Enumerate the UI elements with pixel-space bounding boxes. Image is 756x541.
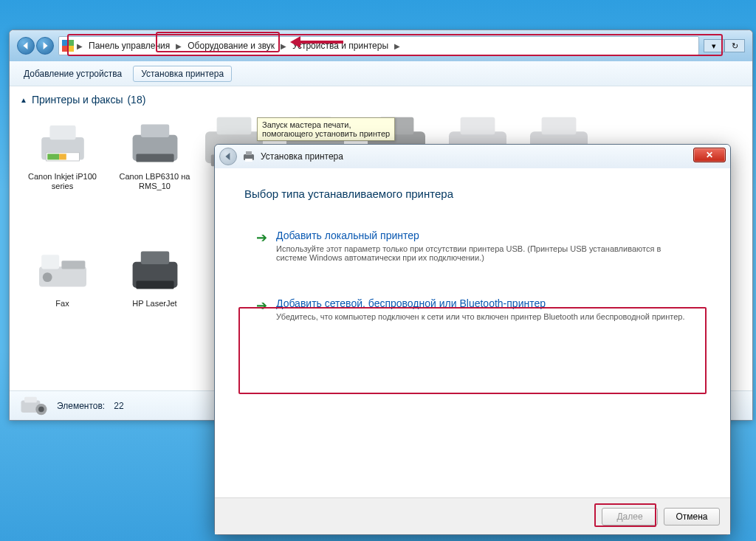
device-item[interactable]: Canon LBP6310 на RMS_10 [112,113,197,196]
printer-icon [122,117,188,169]
printer-icon [30,117,96,169]
status-items-count: 22 [114,401,123,411]
choice-local-printer[interactable]: ➔ Добавить локальный принтер Используйте… [244,221,701,271]
svg-rect-36 [245,159,252,162]
wizard-title: Установка принтера [261,151,343,162]
status-items-label: Элементов: [57,401,105,411]
svg-rect-1 [217,117,252,134]
explorer-titlebar: ▶ Панель управления ▶ Оборудование и зву… [10,30,752,61]
next-button[interactable]: Далее [602,508,658,526]
chevron-right-icon: ▶ [75,42,84,50]
svg-rect-35 [246,151,252,155]
svg-rect-25 [61,261,85,269]
section-printers-faxes[interactable]: ▲ Принтеры и факсы (18) [20,94,742,106]
cancel-button[interactable]: Отмена [664,508,720,526]
add-printer-button[interactable]: Установка принтера [133,66,232,82]
svg-rect-16 [49,125,75,139]
chevron-right-icon: ▶ [279,42,288,50]
wizard-heading: Выбор типа устанавливаемого принтера [244,187,701,200]
devices-category-icon [20,396,48,416]
wizard-body: Выбор типа устанавливаемого принтера ➔ Д… [215,168,730,497]
choice-description: Используйте этот параметр только при отс… [276,244,689,262]
device-label: Canon Inkjet iP100 series [24,172,100,191]
crumb-control-panel[interactable]: Панель управления [86,40,173,52]
tooltip: Запуск мастера печати, помогающего устан… [257,117,395,141]
choice-description: Убедитесь, что компьютер подключен к сет… [276,312,685,321]
fax-icon [30,244,96,296]
chevron-right-icon: ▶ [393,42,402,50]
svg-point-33 [38,406,44,412]
svg-rect-29 [136,281,173,289]
wizard-titlebar: Установка принтера ✕ [215,145,730,168]
section-title: Принтеры и факсы [32,94,123,106]
svg-rect-21 [140,124,168,137]
annotation-arrow [299,41,343,44]
crumb-hardware-sound[interactable]: Оборудование и звук [185,40,278,52]
choice-title: Добавить сетевой, беспроводной или Bluet… [276,297,685,309]
add-device-button[interactable]: Добавление устройства [16,66,130,82]
arrow-right-icon: ➔ [256,299,267,321]
nav-back-button[interactable] [17,37,35,55]
printer-icon [122,244,188,296]
wizard-close-button[interactable]: ✕ [693,148,726,162]
svg-rect-10 [461,117,495,134]
choice-network-printer[interactable]: ➔ Добавить сетевой, беспроводной или Blu… [244,289,701,330]
printer-icon [243,151,255,162]
refresh-button[interactable]: ↻ [724,39,745,52]
control-panel-icon [62,40,74,52]
nav-buttons [17,37,54,55]
svg-rect-22 [136,154,173,162]
explorer-toolbar: Добавление устройства Установка принтера [10,61,752,86]
svg-rect-24 [41,255,59,269]
window-controls: ▾ ↻ [704,39,745,52]
wizard-button-bar: Далее Отмена [215,497,730,534]
device-item[interactable]: Fax [20,240,105,313]
breadcrumb[interactable]: ▶ Панель управления ▶ Оборудование и зву… [58,36,699,55]
wizard-back-button[interactable] [219,148,237,165]
svg-rect-18 [47,154,59,159]
nav-forward-button[interactable] [36,37,54,55]
arrow-right-icon: ➔ [256,231,267,262]
svg-rect-19 [59,154,66,159]
device-label: Canon LBP6310 на RMS_10 [117,172,193,191]
expand-icon: ▲ [20,96,27,104]
search-toggle[interactable]: ▾ [704,39,724,52]
device-label: HP LaserJet [132,299,176,309]
device-label: Fax [55,299,69,309]
svg-rect-28 [140,252,168,265]
device-item[interactable]: HP LaserJet [112,240,197,313]
section-count: (18) [127,94,145,106]
chevron-right-icon: ▶ [174,42,183,50]
svg-rect-31 [24,396,37,402]
add-printer-wizard: Установка принтера ✕ Выбор типа устанавл… [214,144,731,535]
device-item[interactable]: Canon Inkjet iP100 series [20,113,105,196]
svg-rect-13 [542,117,577,134]
svg-point-26 [42,273,52,283]
choice-title: Добавить локальный принтер [276,230,689,241]
